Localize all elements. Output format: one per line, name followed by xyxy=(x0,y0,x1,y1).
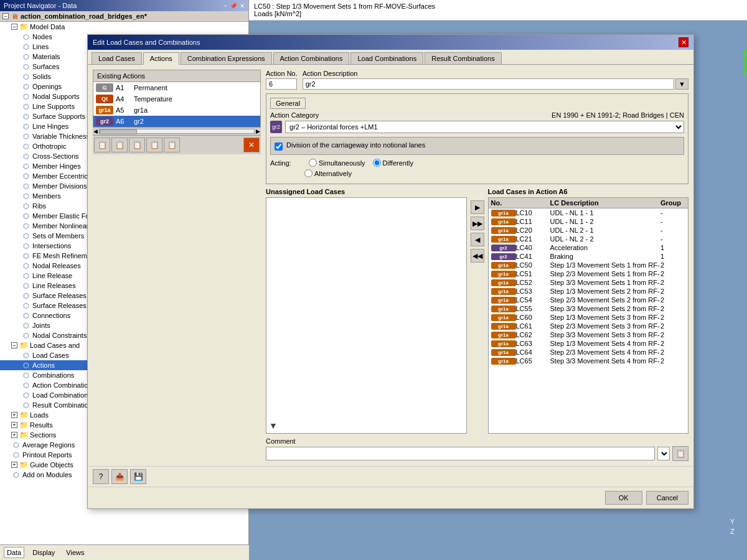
openings-label: Openings xyxy=(32,83,62,90)
lc-row-lc51[interactable]: gr1a LC51 Step 2/3 Movement Sets 1 from … xyxy=(489,269,688,278)
export-btn[interactable]: 📤 xyxy=(111,469,128,484)
expand-all-icon[interactable]: − xyxy=(2,13,9,19)
scrollbar-thumb[interactable] xyxy=(100,129,137,134)
action-no-input[interactable] xyxy=(266,78,297,90)
tab-views[interactable]: Views xyxy=(63,547,87,558)
cancel-button[interactable]: Cancel xyxy=(646,491,688,505)
lc-row-lc50[interactable]: gr1a LC50 Step 1/3 Movement Sets 1 from … xyxy=(489,261,688,269)
tab-actions[interactable]: Actions xyxy=(143,52,179,65)
close-left-btn[interactable]: ✕ xyxy=(240,2,245,9)
scroll-right-btn[interactable]: ▶ xyxy=(256,128,260,134)
toolbar-btn-down[interactable]: 📋 xyxy=(164,138,180,152)
lc55-id: LC55 xyxy=(516,305,550,312)
general-tab-label[interactable]: General xyxy=(270,98,306,109)
arrow-buttons: ▶ ▶▶ ◀ ◀◀ xyxy=(471,188,484,263)
lc-row-lc54[interactable]: gr1a LC54 Step 2/3 Movement Sets 2 from … xyxy=(489,296,688,304)
lc-row-lc40[interactable]: gr2 LC40 Acceleration 1 xyxy=(489,243,688,252)
project-name[interactable]: action_combination_road_bridges_en* xyxy=(21,12,147,20)
action-row-a5[interactable]: gr1a A5 gr1a xyxy=(93,105,260,116)
expand-sections[interactable]: + xyxy=(11,432,17,438)
filter-icon[interactable]: ▼ xyxy=(269,421,464,431)
tree-item-model-data[interactable]: − 📁 Model Data xyxy=(0,22,248,32)
node-icon: ⬡ xyxy=(21,32,31,41)
unassigned-lc-list[interactable]: ▼ xyxy=(266,197,467,434)
pin-btn[interactable]: 📌 xyxy=(230,2,237,9)
tab-result-combinations[interactable]: Result Combinations xyxy=(425,52,502,64)
lines-label: Lines xyxy=(32,43,49,50)
move-all-right-btn[interactable]: ▶▶ xyxy=(471,217,484,230)
action-row-a4[interactable]: Qt A4 Temperature xyxy=(93,93,260,105)
radio-simultaneously[interactable]: Simultaneously xyxy=(309,159,365,167)
lc-row-lc21[interactable]: gr1a LC21 UDL - NL 2 - 2 - xyxy=(489,235,688,243)
toolbar-btn-new[interactable]: 📋 xyxy=(94,138,110,152)
radio-differently-input[interactable] xyxy=(373,159,381,167)
toolbar-btn-delete[interactable]: 📋 xyxy=(129,138,145,152)
lc51-id: LC51 xyxy=(516,270,550,278)
add-on-modules-label: Add on Modules xyxy=(22,471,72,478)
assigned-lc-list[interactable]: No. LC Description Group gr1a LC10 UDL -… xyxy=(488,197,689,434)
green-indicator xyxy=(743,50,747,75)
lc-row-lc63[interactable]: gr1a LC63 Step 1/3 Movement Sets 4 from … xyxy=(489,339,688,348)
toolbar-btn-copy[interactable]: 📋 xyxy=(111,138,128,152)
result-combinations-label: Result Combinations xyxy=(32,401,96,409)
move-left-btn[interactable]: ◀ xyxy=(471,233,484,246)
action-name-a1: Permanent xyxy=(134,84,167,91)
expand-model-data[interactable]: − xyxy=(11,24,17,30)
lc-row-lc60[interactable]: gr1a LC60 Step 1/3 Movement Sets 3 from … xyxy=(489,313,688,322)
lc-row-lc52[interactable]: gr1a LC52 Step 3/3 Movement Sets 1 from … xyxy=(489,278,688,287)
action-row-a6[interactable]: gr2 A6 gr2 xyxy=(93,116,260,127)
toolbar-btn-x[interactable]: ✕ xyxy=(243,138,260,152)
expand-guide[interactable]: + xyxy=(11,462,17,468)
lc-row-lc64[interactable]: gr1a LC64 Step 2/3 Movement Sets 4 from … xyxy=(489,348,688,357)
comment-btn[interactable]: 📋 xyxy=(672,446,688,461)
lc11-desc: UDL - NL 1 - 2 xyxy=(550,218,661,225)
action-row-a1[interactable]: G A1 Permanent xyxy=(93,82,260,93)
radio-alternatively-input[interactable] xyxy=(304,169,312,177)
action-desc-dropdown[interactable]: ▼ xyxy=(675,78,688,90)
lc51-desc: Step 2/3 Movement Sets 1 from RF- xyxy=(550,270,661,278)
lc-row-lc53[interactable]: gr1a LC53 Step 1/3 Movement Sets 2 from … xyxy=(489,287,688,296)
radio-differently[interactable]: Differently xyxy=(373,159,413,167)
lc-row-lc55[interactable]: gr1a LC55 Step 3/3 Movement Sets 2 from … xyxy=(489,304,688,313)
lc-row-lc20[interactable]: gr1a LC20 UDL - NL 2 - 1 - xyxy=(489,226,688,235)
tab-display[interactable]: Display xyxy=(29,547,58,558)
lc-row-lc65[interactable]: gr1a LC65 Step 3/3 Movement Sets 4 from … xyxy=(489,357,688,365)
move-all-left-btn[interactable]: ◀◀ xyxy=(471,249,484,263)
tab-combination-expressions[interactable]: Combination Expressions xyxy=(181,52,272,64)
tab-load-cases[interactable]: Load Cases xyxy=(92,52,142,64)
expand-results[interactable]: + xyxy=(11,422,17,428)
lc60-desc: Step 1/3 Movement Sets 3 from RF- xyxy=(550,314,661,321)
comment-input[interactable] xyxy=(266,447,655,460)
help-btn[interactable]: ? xyxy=(93,469,109,484)
lc-row-lc11[interactable]: gr1a LC11 UDL - NL 1 - 2 - xyxy=(489,217,688,226)
lc-row-lc61[interactable]: gr1a LC61 Step 2/3 Movement Sets 3 from … xyxy=(489,322,688,330)
comment-select[interactable] xyxy=(657,447,670,460)
badge-gr2-lc41: gr2 xyxy=(491,253,516,260)
radio-simultaneously-input[interactable] xyxy=(309,159,317,167)
radio-alternatively[interactable]: Alternatively xyxy=(304,169,684,177)
left-col-scrollbar[interactable]: ◀ ▶ xyxy=(93,128,261,135)
tab-load-combinations[interactable]: Load Combinations xyxy=(350,52,423,64)
expand-load-cases[interactable]: − xyxy=(11,342,17,348)
action-combinations-label: Action Combinations xyxy=(32,381,95,389)
lc-row-lc10[interactable]: gr1a LC10 UDL - NL 1 - 1 - xyxy=(489,208,688,217)
combinations-icon: ⬡ xyxy=(21,371,31,380)
tab-action-combinations[interactable]: Action Combinations xyxy=(273,52,350,64)
move-right-btn[interactable]: ▶ xyxy=(471,200,484,214)
lc-row-lc41[interactable]: gr2 LC41 Braking 1 xyxy=(489,252,688,261)
addon-icon: ⬡ xyxy=(11,470,21,479)
minimize-btn[interactable]: − xyxy=(223,2,227,9)
badge-gr2-lc40: gr2 xyxy=(491,245,516,251)
toolbar-btn-up[interactable]: 📋 xyxy=(146,138,162,152)
lc-row-lc62[interactable]: gr1a LC62 Step 3/3 Movement Sets 3 from … xyxy=(489,330,688,339)
save-btn[interactable]: 💾 xyxy=(130,469,146,484)
left-panel-titlebar: Project Navigator - Data − 📌 ✕ xyxy=(0,0,248,11)
scroll-left-btn[interactable]: ◀ xyxy=(93,128,98,134)
ok-button[interactable]: OK xyxy=(605,491,642,505)
expand-loads[interactable]: + xyxy=(11,412,17,418)
tab-data[interactable]: Data xyxy=(4,547,24,558)
division-checkbox[interactable] xyxy=(275,142,283,151)
action-desc-input[interactable] xyxy=(303,78,674,90)
action-category-select[interactable]: gr2 – Horizontal forces +LM1 xyxy=(285,121,684,133)
dialog-close-button[interactable]: ✕ xyxy=(679,37,688,47)
